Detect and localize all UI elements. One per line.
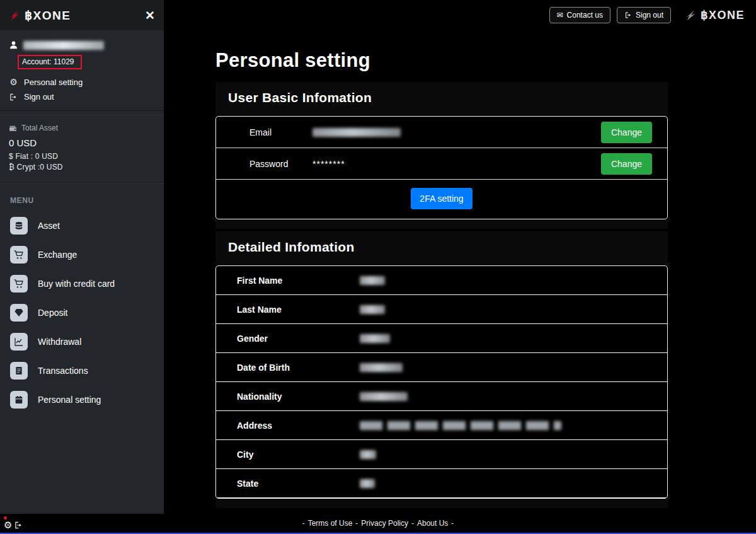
close-icon[interactable]: ✕ (145, 9, 155, 21)
sidebar: ฿XONE ✕ Account: 11029 ⚙ Personal settin… (0, 0, 164, 514)
total-asset-row: Total Asset (9, 124, 155, 132)
total-asset-label: Total Asset (21, 124, 58, 132)
gender-label: Gender (237, 334, 360, 344)
menu-label-exchange: Exchange (38, 250, 77, 260)
gender-redacted (360, 334, 390, 343)
basic-info-title: User Basic Infomation (228, 90, 668, 105)
first-name-value (360, 276, 652, 285)
twofa-row: 2FA setting (216, 180, 667, 219)
sidebar-item-deposit[interactable]: Deposit (0, 298, 164, 327)
footer: ⚙ - Terms of Use - Privacy Policy - Abou… (0, 514, 756, 534)
first-name-label: First Name (237, 276, 360, 286)
username-redacted (23, 41, 104, 50)
brand-logo-icon (685, 9, 696, 21)
sidebar-sign-out-link[interactable]: Sign out (9, 90, 155, 104)
date-of-birth-redacted (360, 363, 403, 372)
menu-label-personal-setting: Personal setting (38, 395, 101, 405)
password-value: ******** (312, 159, 601, 169)
nationality-value (360, 392, 652, 401)
calendar-icon (10, 391, 28, 409)
change-email-button[interactable]: Change (601, 122, 652, 143)
last-name-value (360, 305, 652, 314)
sidebar-item-asset[interactable]: Asset (0, 211, 164, 240)
red-dot-indicator (4, 516, 7, 519)
detail-row-gender: Gender (216, 324, 667, 353)
twofa-setting-button[interactable]: 2FA setting (411, 188, 472, 209)
detail-row-last-name: Last Name (216, 295, 667, 324)
user-row (9, 40, 155, 50)
nationality-label: Nationality (237, 392, 360, 402)
contact-us-button[interactable]: ✉ Contact us (549, 7, 610, 23)
email-label: Email (249, 127, 312, 137)
sign-out-icon (9, 93, 18, 102)
sidebar-sign-out-label: Sign out (24, 92, 54, 102)
sidebar-item-personal-setting[interactable]: Personal setting (0, 385, 164, 414)
change-password-button[interactable]: Change (601, 153, 652, 175)
brand-name: ฿XONE (701, 8, 745, 22)
menu-label-deposit: Deposit (38, 308, 67, 318)
wallet-icon (9, 124, 17, 132)
contact-us-label: Contact us (567, 11, 603, 20)
terms-of-use-link[interactable]: Terms of Use (308, 519, 353, 528)
address-value (360, 421, 652, 430)
coins-icon (10, 217, 28, 235)
email-value (312, 128, 601, 137)
sidebar-brand: ฿XONE (9, 8, 71, 23)
sidebar-header: ฿XONE ✕ (0, 0, 164, 30)
sidebar-item-buy-credit-card[interactable]: Buy with credit card (0, 269, 164, 298)
sign-out-icon (624, 11, 632, 19)
state-label: State (237, 479, 360, 489)
crypt-asset-value: ₿ Crypt :0 USD (9, 163, 155, 171)
sidebar-item-exchange[interactable]: Exchange (0, 240, 164, 269)
menu-label-asset: Asset (38, 221, 60, 231)
footer-separator: - (451, 519, 454, 528)
address-label: Address (237, 421, 360, 431)
gear-icon[interactable]: ⚙ (4, 520, 12, 530)
detail-row-state: State (216, 469, 667, 498)
sidebar-item-withdrawal[interactable]: Withdrawal (0, 327, 164, 356)
sidebar-item-transactions[interactable]: Transactions (0, 356, 164, 385)
detail-row-nationality: Nationality (216, 382, 667, 411)
date-of-birth-value (360, 363, 652, 372)
account-number-badge: Account: 11029 (18, 55, 82, 69)
sign-out-button[interactable]: Sign out (617, 7, 671, 23)
detailed-info-section: Detailed Infomation First Name Last Name… (215, 231, 668, 508)
detail-row-city: City (216, 440, 667, 469)
list-icon (10, 362, 28, 380)
gear-icon: ⚙ (9, 77, 18, 87)
sidebar-assets-section: Total Asset 0 USD $ Fiat : 0 USD ₿ Crypt… (0, 115, 164, 183)
brand-name: ฿XONE (25, 8, 71, 23)
detailed-info-title: Detailed Infomation (228, 240, 668, 255)
cart-icon (10, 246, 28, 264)
email-redacted (312, 128, 401, 137)
footer-separator: - (355, 519, 358, 528)
first-name-redacted (360, 276, 385, 285)
total-asset-value: 0 USD (9, 137, 155, 148)
detail-row-date-of-birth: Date of Birth (216, 353, 667, 382)
cart-icon (10, 275, 28, 293)
password-row: Password ******** Change (216, 148, 667, 180)
footer-separator: - (411, 519, 414, 528)
app-window: ฿XONE ✕ Account: 11029 ⚙ Personal settin… (0, 0, 756, 514)
detail-row-address: Address (216, 411, 667, 440)
gender-value (360, 334, 652, 343)
gem-icon (10, 304, 28, 322)
last-name-redacted (360, 305, 385, 314)
envelope-icon: ✉ (557, 11, 563, 20)
city-redacted (360, 450, 376, 459)
password-label: Password (249, 159, 312, 169)
state-redacted (360, 479, 375, 488)
user-icon (9, 40, 18, 50)
sidebar-menu: MENU Asset Exchange Buy with credit card (0, 183, 164, 414)
sign-out-label: Sign out (636, 11, 663, 20)
page-content: Personal setting User Basic Infomation E… (164, 30, 756, 514)
privacy-policy-link[interactable]: Privacy Policy (361, 519, 408, 528)
sign-out-icon[interactable] (14, 521, 23, 530)
page-title: Personal setting (215, 49, 756, 72)
sidebar-personal-setting-link[interactable]: ⚙ Personal setting (9, 74, 155, 90)
nationality-redacted (360, 392, 408, 401)
topbar-brand: ฿XONE (685, 8, 745, 22)
sidebar-personal-setting-label: Personal setting (24, 78, 83, 87)
about-us-link[interactable]: About Us (417, 519, 448, 528)
basic-info-card: Email Change Password ******** Change 2F… (215, 116, 668, 219)
